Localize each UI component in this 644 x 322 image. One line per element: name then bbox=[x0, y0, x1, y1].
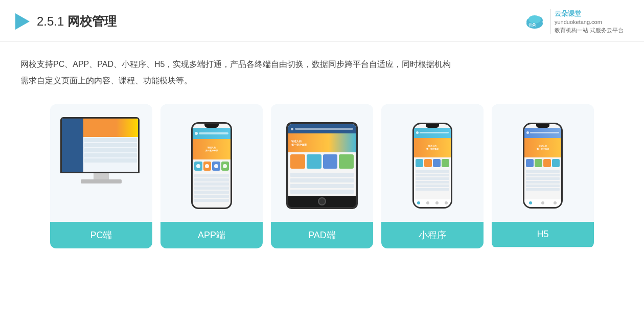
mini-phone-body-h5: 轻进人的第一堂冲锋课 bbox=[523, 123, 563, 209]
mini-nav-dot bbox=[435, 201, 439, 204]
device-phone-app: 轻进人的第一堂冲锋课 bbox=[191, 122, 232, 209]
pad-content-row bbox=[290, 173, 354, 177]
svg-text:云朵: 云朵 bbox=[528, 23, 536, 27]
card-h5-label: H5 bbox=[492, 222, 594, 247]
header: 2.5.1 网校管理 云朵 云朵课堂 yunduoketang.co bbox=[0, 0, 644, 42]
pc-screen bbox=[62, 119, 138, 172]
mini-nav-dot-h5 bbox=[529, 201, 532, 204]
pc-content-rows bbox=[83, 137, 138, 172]
pad-banner-text: 轻进人的第一堂冲锋课 bbox=[291, 140, 307, 147]
brand-name: 云朵课堂 bbox=[555, 9, 624, 18]
cards-section: PC端 轻进人的第一堂冲锋课 bbox=[0, 89, 644, 259]
pc-row bbox=[84, 158, 137, 163]
mini-nav-dot-h5 bbox=[541, 201, 544, 204]
mini-nav-dot bbox=[417, 201, 420, 204]
mini-grid-item bbox=[442, 159, 449, 167]
header-left: 2.5.1 网校管理 bbox=[15, 13, 117, 30]
card-app-image: 轻进人的第一堂冲锋课 bbox=[160, 104, 263, 222]
pad-content-row bbox=[290, 190, 354, 194]
card-pc-label: PC端 bbox=[50, 222, 152, 248]
mini-phone-notch bbox=[426, 124, 439, 128]
mini-phone-notch-h5 bbox=[536, 124, 549, 128]
mini-content-row bbox=[416, 174, 449, 176]
mini-grid-h5 bbox=[524, 157, 561, 169]
mini-nav-dot bbox=[445, 201, 448, 204]
pc-row bbox=[84, 143, 137, 147]
pc-main bbox=[83, 119, 138, 172]
mini-phone-screen-h5: 轻进人的第一堂冲锋课 bbox=[524, 124, 561, 207]
description-section: 网校支持PC、APP、PAD、小程序、H5，实现多端打通，产品各终端自由切换，数… bbox=[0, 42, 644, 89]
phone-grid-item bbox=[221, 162, 229, 171]
mini-content-row-h5 bbox=[526, 174, 560, 176]
page-title: 2.5.1 网校管理 bbox=[37, 13, 117, 30]
brand-tagline: 教育机构一站 式服务云平台 bbox=[555, 27, 624, 34]
phone-body: 轻进人的第一堂冲锋课 bbox=[191, 122, 232, 209]
phone-grid-item bbox=[212, 162, 220, 171]
pad-screen: 轻进人的第一堂冲锋课 bbox=[288, 124, 356, 196]
mini-header-dot-h5 bbox=[526, 131, 529, 134]
mini-phone-body: 轻进人的第一堂冲锋课 bbox=[412, 123, 452, 209]
mini-content-row bbox=[416, 181, 449, 183]
mini-grid-item bbox=[416, 159, 423, 167]
pc-banner bbox=[83, 119, 138, 137]
title-prefix: 2.5.1 bbox=[37, 14, 67, 28]
mini-bottom-nav-h5 bbox=[524, 199, 561, 207]
mini-banner-h5: 轻进人的第一堂冲锋课 bbox=[524, 138, 561, 157]
card-miniprogram: 轻进人的第一堂冲锋课 bbox=[381, 104, 484, 248]
pad-card-item bbox=[323, 154, 338, 169]
phone-content-row bbox=[194, 199, 229, 202]
phone-header bbox=[193, 128, 231, 139]
mini-content-row bbox=[416, 177, 449, 180]
card-miniprogram-image: 轻进人的第一堂冲锋课 bbox=[381, 104, 484, 222]
card-miniprogram-label: 小程序 bbox=[381, 222, 484, 248]
card-app-label: APP端 bbox=[160, 222, 263, 248]
logo-triangle-icon bbox=[15, 13, 30, 30]
card-app: 轻进人的第一堂冲锋课 bbox=[160, 104, 263, 248]
brand-icon: 云朵 bbox=[523, 10, 546, 33]
phone-content-row bbox=[194, 191, 229, 194]
mini-content-rows bbox=[414, 169, 451, 192]
pad-header bbox=[288, 124, 356, 133]
card-pc-image bbox=[50, 104, 152, 222]
mini-content-row-h5 bbox=[526, 188, 560, 191]
phone-banner-text: 轻进人的第一堂冲锋课 bbox=[205, 146, 218, 152]
mini-banner-text-h5: 轻进人的第一堂冲锋课 bbox=[537, 145, 549, 150]
mini-header-dot bbox=[416, 131, 419, 134]
pad-body: 轻进人的第一堂冲锋课 bbox=[286, 122, 358, 209]
svg-point-3 bbox=[528, 15, 541, 24]
card-pad: 轻进人的第一堂冲锋课 bbox=[271, 104, 373, 248]
mini-nav-dot bbox=[426, 201, 429, 204]
pad-content-row bbox=[290, 178, 354, 182]
device-pad: 轻进人的第一堂冲锋课 bbox=[286, 122, 358, 209]
device-mini-phone-h5: 轻进人的第一堂冲锋课 bbox=[523, 123, 563, 209]
header-right: 云朵 云朵课堂 yunduoketang.com 教育机构一站 式服务云平台 bbox=[523, 9, 624, 34]
phone-content-row bbox=[194, 195, 229, 198]
description-line1: 网校支持PC、APP、PAD、小程序、H5，实现多端打通，产品各终端自由切换，数… bbox=[20, 56, 624, 73]
pad-card-item bbox=[290, 154, 305, 169]
pc-sidebar bbox=[62, 119, 83, 172]
mini-grid-item-h5 bbox=[552, 159, 560, 167]
brand-logo: 云朵 云朵课堂 yunduoketang.com 教育机构一站 式服务云平台 bbox=[523, 9, 624, 34]
pad-home-button bbox=[318, 197, 326, 205]
device-pc bbox=[60, 117, 142, 214]
description-line2: 需求自定义页面上的内容、课程、功能模块等。 bbox=[20, 73, 624, 89]
mini-grid-item bbox=[433, 159, 441, 167]
phone-grid bbox=[193, 159, 231, 173]
mini-phone-header bbox=[414, 128, 451, 138]
pad-header-dot bbox=[291, 128, 293, 130]
mini-banner-text: 轻进人的第一堂冲锋课 bbox=[426, 145, 439, 150]
pc-row bbox=[84, 138, 137, 142]
pc-stand-neck bbox=[94, 173, 109, 179]
pad-cards-row bbox=[288, 152, 356, 171]
mini-banner: 轻进人的第一堂冲锋课 bbox=[414, 138, 451, 157]
card-h5: 轻进人的第一堂冲锋课 bbox=[492, 104, 594, 248]
mini-content-row bbox=[416, 185, 449, 187]
device-mini-phone-mp: 轻进人的第一堂冲锋课 bbox=[412, 123, 452, 209]
pad-card-item bbox=[339, 154, 354, 169]
page: 2.5.1 网校管理 云朵 云朵课堂 yunduoketang.co bbox=[0, 0, 644, 322]
card-h5-image: 轻进人的第一堂冲锋课 bbox=[492, 104, 594, 222]
brand-website: yunduoketang.com bbox=[555, 18, 624, 26]
phone-header-dot bbox=[195, 132, 198, 135]
mini-grid-item-h5 bbox=[543, 159, 551, 167]
mini-content-row-h5 bbox=[526, 170, 560, 173]
